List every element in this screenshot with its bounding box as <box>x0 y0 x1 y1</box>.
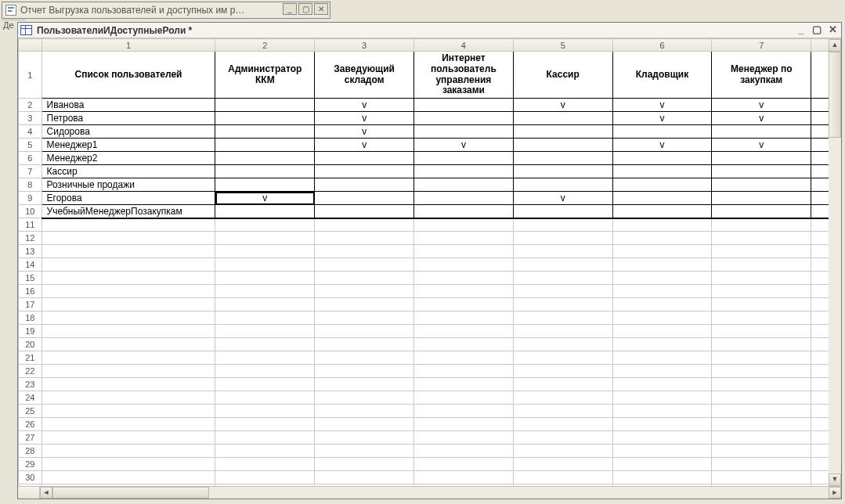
empty-cell[interactable] <box>513 272 612 285</box>
empty-cell[interactable] <box>612 405 712 418</box>
role-mark-cell[interactable] <box>315 192 414 205</box>
role-mark-cell[interactable] <box>215 165 315 178</box>
empty-cell[interactable] <box>414 351 514 365</box>
empty-cell[interactable] <box>215 218 315 232</box>
row-header[interactable]: 12 <box>19 232 42 245</box>
empty-cell[interactable] <box>612 418 712 431</box>
table-header-cell[interactable]: Менеджер по закупкам <box>712 52 811 99</box>
row-header[interactable]: 23 <box>19 378 42 391</box>
empty-cell[interactable] <box>612 245 712 258</box>
empty-cell[interactable] <box>315 391 414 405</box>
empty-cell[interactable] <box>42 272 215 285</box>
row-header[interactable]: 28 <box>19 445 42 458</box>
empty-cell[interactable] <box>712 391 811 405</box>
empty-cell[interactable] <box>42 378 215 391</box>
empty-cell[interactable] <box>215 418 315 431</box>
empty-cell[interactable] <box>712 431 811 445</box>
empty-cell[interactable] <box>712 471 811 484</box>
user-name-cell[interactable]: Кассир <box>42 165 215 178</box>
empty-cell[interactable] <box>42 325 215 338</box>
empty-cell[interactable] <box>315 311 414 325</box>
row-header[interactable]: 9 <box>19 192 42 205</box>
empty-cell[interactable] <box>414 365 514 378</box>
row-header[interactable]: 19 <box>19 325 42 338</box>
spreadsheet-titlebar[interactable]: ПользователиИДоступныеРоли * _ ▢ ✕ <box>18 23 841 38</box>
role-mark-cell[interactable] <box>215 205 315 218</box>
vscroll-thumb[interactable] <box>829 52 841 138</box>
empty-cell[interactable] <box>513 391 612 405</box>
row-header[interactable]: 26 <box>19 418 42 431</box>
vertical-scrollbar[interactable]: ▲ ▼ <box>829 39 841 486</box>
role-mark-cell[interactable] <box>215 112 315 125</box>
empty-cell[interactable] <box>42 445 215 458</box>
empty-cell[interactable] <box>215 458 315 471</box>
empty-cell[interactable] <box>513 325 612 338</box>
role-mark-cell[interactable] <box>315 165 414 178</box>
empty-cell[interactable] <box>513 338 612 351</box>
empty-cell[interactable] <box>414 445 514 458</box>
empty-cell[interactable] <box>513 418 612 431</box>
role-mark-cell[interactable] <box>215 152 315 165</box>
user-name-cell[interactable]: Менеджер1 <box>42 139 215 152</box>
role-mark-cell[interactable]: v <box>513 99 612 112</box>
row-header[interactable]: 8 <box>19 178 42 192</box>
role-mark-cell[interactable] <box>612 152 712 165</box>
inner-minimize-button[interactable]: _ <box>795 24 807 36</box>
empty-cell[interactable] <box>712 405 811 418</box>
empty-cell[interactable] <box>414 338 514 351</box>
empty-cell[interactable] <box>612 458 712 471</box>
role-mark-cell[interactable] <box>414 165 514 178</box>
role-mark-cell[interactable] <box>414 99 514 112</box>
empty-cell[interactable] <box>42 484 215 487</box>
user-name-cell[interactable]: Розничные продажи <box>42 178 215 192</box>
empty-cell[interactable] <box>215 484 315 487</box>
row-header[interactable]: 18 <box>19 311 42 325</box>
table-header-cell[interactable]: Кассир <box>513 52 612 99</box>
row-header[interactable]: 7 <box>19 165 42 178</box>
table-header-cell[interactable]: Интернет пользователь управления заказам… <box>414 52 514 99</box>
empty-cell[interactable] <box>712 245 811 258</box>
empty-cell[interactable] <box>612 351 712 365</box>
empty-cell[interactable] <box>513 405 612 418</box>
empty-cell[interactable] <box>612 471 712 484</box>
empty-cell[interactable] <box>712 272 811 285</box>
empty-cell[interactable] <box>414 311 514 325</box>
horizontal-scrollbar[interactable]: ◄ ► <box>18 486 841 499</box>
empty-cell[interactable] <box>712 458 811 471</box>
vscroll-track[interactable] <box>829 52 841 473</box>
hscroll-thumb[interactable] <box>52 487 209 499</box>
empty-cell[interactable] <box>215 311 315 325</box>
empty-cell[interactable] <box>315 351 414 365</box>
role-mark-cell[interactable]: v <box>712 112 811 125</box>
role-mark-cell[interactable] <box>414 178 514 192</box>
empty-cell[interactable] <box>513 218 612 232</box>
scroll-right-button[interactable]: ► <box>829 487 841 499</box>
empty-cell[interactable] <box>612 484 712 487</box>
row-header[interactable]: 10 <box>19 205 42 218</box>
column-header[interactable]: 2 <box>215 39 315 52</box>
empty-cell[interactable] <box>513 245 612 258</box>
role-mark-cell[interactable]: v <box>513 192 612 205</box>
user-name-cell[interactable]: Сидорова <box>42 125 215 139</box>
role-mark-cell[interactable] <box>712 152 811 165</box>
row-header[interactable]: 13 <box>19 245 42 258</box>
column-header[interactable]: 1 <box>42 39 215 52</box>
empty-cell[interactable] <box>215 258 315 272</box>
role-mark-cell[interactable] <box>712 205 811 218</box>
role-mark-cell[interactable]: v <box>315 125 414 139</box>
empty-cell[interactable] <box>513 431 612 445</box>
role-mark-cell[interactable]: v <box>612 99 712 112</box>
empty-cell[interactable] <box>315 338 414 351</box>
empty-cell[interactable] <box>513 365 612 378</box>
role-mark-cell[interactable] <box>712 125 811 139</box>
row-header[interactable]: 11 <box>19 218 42 232</box>
row-header[interactable]: 1 <box>19 52 42 99</box>
empty-cell[interactable] <box>315 471 414 484</box>
empty-cell[interactable] <box>315 298 414 311</box>
empty-cell[interactable] <box>315 365 414 378</box>
empty-cell[interactable] <box>612 325 712 338</box>
empty-cell[interactable] <box>414 218 514 232</box>
empty-cell[interactable] <box>513 232 612 245</box>
empty-cell[interactable] <box>414 232 514 245</box>
spreadsheet-grid[interactable]: 1 2 3 4 5 6 7 8 1Список пользователейАдм… <box>18 38 841 486</box>
